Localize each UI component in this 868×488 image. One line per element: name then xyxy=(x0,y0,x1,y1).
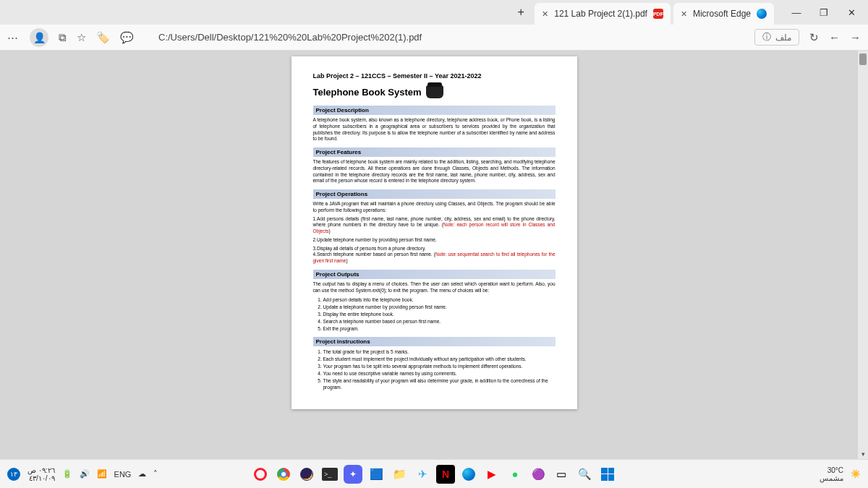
comment-icon[interactable]: 💬 xyxy=(120,31,134,44)
tab-label: Microsoft Edge xyxy=(693,9,751,19)
search-icon[interactable]: 🔍 xyxy=(575,465,594,484)
app-icon[interactable]: 🟦 xyxy=(367,465,386,484)
discord-icon[interactable]: ✦ xyxy=(344,465,362,484)
scroll-thumb[interactable] xyxy=(859,53,867,65)
para: 1.Add persons details (first name, last … xyxy=(313,216,556,235)
tab-edge[interactable]: ✕ Microsoft Edge xyxy=(673,3,774,25)
tab-pdf[interactable]: ✕ 121 Lab Project 2(1).pdf PDF xyxy=(535,3,671,25)
edge-favicon-icon xyxy=(757,9,767,19)
address-url[interactable]: C:/Users/Dell/Desktop/121%20%20Lab%20Pro… xyxy=(158,32,422,43)
file-chip[interactable]: ⓘ ملف xyxy=(754,29,799,46)
start-icon[interactable] xyxy=(598,465,617,484)
pdf-page: Lab Project 2 – 121CCS – Semester II – Y… xyxy=(292,56,577,409)
para: Write a JAVA program that will maintain … xyxy=(313,201,556,214)
restore-window-icon[interactable]: ❐ xyxy=(812,0,836,25)
scroll-down-icon[interactable]: ▾ xyxy=(858,449,868,459)
doc-header: Lab Project 2 – 121CCS – Semester II – Y… xyxy=(313,72,556,80)
info-icon: ⓘ xyxy=(762,31,771,43)
tab-label: 121 Lab Project 2(1).pdf xyxy=(554,9,647,19)
refresh-icon[interactable]: ↻ xyxy=(809,31,819,44)
eclipse-icon[interactable] xyxy=(297,465,316,484)
outputs-list: Add person details into the telephone bo… xyxy=(313,296,556,332)
section-description: Project Description xyxy=(313,106,556,115)
volume-icon[interactable]: 🔊 xyxy=(80,469,90,479)
close-window-icon[interactable]: ✕ xyxy=(839,0,864,25)
telephone-icon xyxy=(426,85,443,98)
folder-icon[interactable]: 📁 xyxy=(390,465,409,484)
shopping-icon[interactable]: 🏷️ xyxy=(96,31,110,44)
whatsapp-icon[interactable]: ● xyxy=(506,465,524,484)
telegram-icon[interactable]: ✈ xyxy=(413,465,432,484)
instructions-list: The total grade for the project is 5 mar… xyxy=(313,348,556,391)
favorites-icon[interactable]: ☆ xyxy=(77,31,86,44)
pdf-viewport: Lab Project 2 – 121CCS – Semester II – Y… xyxy=(0,51,868,459)
para: 2.Update telephone number by providing p… xyxy=(313,237,556,244)
netflix-icon[interactable]: N xyxy=(436,465,455,484)
taskview-icon[interactable]: ▭ xyxy=(552,465,571,484)
section-operations: Project Operations xyxy=(313,189,556,199)
minimize-window-icon[interactable]: — xyxy=(784,0,809,25)
section-features: Project Features xyxy=(313,147,556,157)
chrome-icon[interactable] xyxy=(274,465,293,484)
weather-icon: ☀️ xyxy=(851,469,861,479)
terminal-icon[interactable]: >_ xyxy=(320,465,339,484)
para: The features of telephone book system ar… xyxy=(313,159,556,184)
onedrive-icon[interactable]: ☁ xyxy=(138,469,146,479)
more-menu-icon[interactable]: ⋯ xyxy=(7,31,20,44)
section-instructions: Project instructions xyxy=(313,337,556,346)
youtube-icon[interactable]: ▶ xyxy=(482,465,501,484)
doc-title: Telephone Book System xyxy=(313,85,556,98)
para: 3.Display all details of persons from a … xyxy=(313,246,556,265)
close-tab-icon[interactable]: ✕ xyxy=(542,9,548,19)
back-icon[interactable]: ← xyxy=(829,31,840,43)
collections-icon[interactable]: ⧉ xyxy=(59,31,67,44)
para: A telephone book system, also known as a… xyxy=(313,117,556,142)
edge-taskbar-icon[interactable] xyxy=(459,465,478,484)
new-tab-button[interactable]: + xyxy=(510,0,532,25)
language-indicator[interactable]: ENG xyxy=(114,470,132,479)
wifi-icon[interactable]: 📶 xyxy=(97,469,107,479)
chevron-up-icon[interactable]: ˄ xyxy=(153,469,158,479)
close-tab-icon[interactable]: ✕ xyxy=(681,9,687,19)
para: The output has to display a menu of choi… xyxy=(313,281,556,294)
pdf-favicon-icon: PDF xyxy=(653,9,663,19)
section-outputs: Project Outputs xyxy=(313,270,556,279)
app-icon[interactable]: 🟣 xyxy=(529,465,548,484)
weather-widget[interactable]: 30°C مشمس xyxy=(820,466,843,482)
clock[interactable]: ٠٩:٢٦ ص ٤٣/١٠/٠٩ xyxy=(27,466,55,482)
scrollbar[interactable]: ▴ ▾ xyxy=(858,51,868,459)
file-chip-label: ملف xyxy=(775,33,791,43)
forward-icon[interactable]: → xyxy=(850,31,861,43)
battery-icon[interactable]: 🔋 xyxy=(62,469,72,479)
taskbar: ١٣ ٠٩:٢٦ ص ٤٣/١٠/٠٩ 🔋 🔊 📶 ENG ☁ ˄ >_ ✦ 🟦… xyxy=(0,459,868,488)
notifications-badge[interactable]: ١٣ xyxy=(7,468,20,481)
taskbar-apps: >_ ✦ 🟦 📁 ✈ N ▶ ● 🟣 ▭ 🔍 xyxy=(251,465,617,484)
profile-avatar[interactable]: 👤 xyxy=(30,28,48,47)
opera-icon[interactable] xyxy=(251,465,270,484)
